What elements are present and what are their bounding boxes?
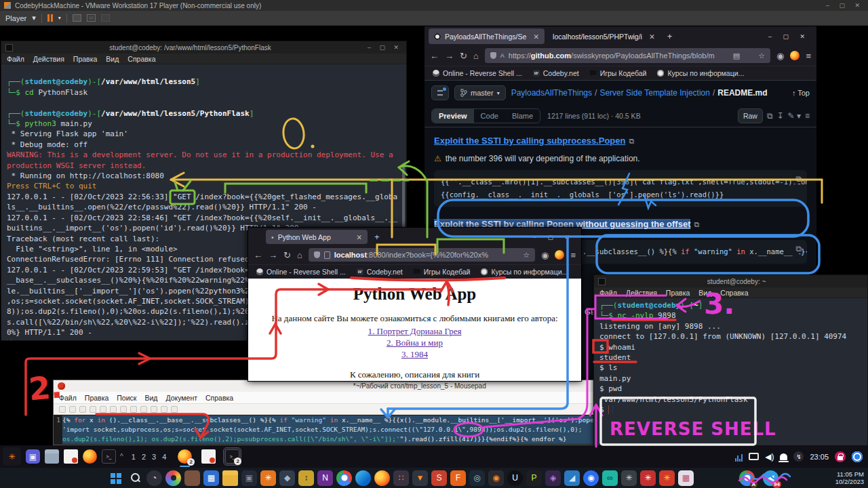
menu-item[interactable]: Справка [720, 289, 748, 297]
tray-icon-telegram[interactable]: ◀94 [763, 470, 778, 486]
tab-payloadsallthethings[interactable]: PayloadsAllTheThings/Se ✕ [429, 28, 545, 44]
reload-icon[interactable]: ↻ [283, 250, 291, 260]
vm-window-terminal-window[interactable]: 2 [225, 449, 239, 464]
menu-item[interactable]: Вид [698, 289, 711, 297]
menu-hamburger-icon[interactable]: ≡ [806, 51, 811, 61]
menu-item[interactable]: Файл [59, 394, 77, 402]
lock-screen-icon[interactable] [835, 451, 846, 462]
tray-icon-chrome-profile[interactable]: A [739, 470, 755, 486]
player-menu[interactable]: Player [5, 14, 26, 22]
bookmark-skull[interactable]: Online - Reverse Shell ... [433, 69, 522, 77]
vm-launcher-firefox[interactable] [83, 449, 97, 464]
firefox-account-icon[interactable] [790, 51, 800, 60]
taskbar-icon-carrot[interactable]: ▼ [412, 470, 428, 486]
tab-blame[interactable]: Blame [505, 109, 540, 123]
display-icon[interactable] [749, 453, 759, 460]
redo-icon[interactable] [120, 406, 127, 413]
vm-launcher-mousepad[interactable] [64, 449, 78, 464]
back-icon[interactable]: ← [254, 250, 262, 260]
collapse-icon[interactable]: ^ [120, 453, 123, 460]
menu-item[interactable]: Вид [106, 55, 119, 63]
book-link[interactable]: 2. Война и мир [248, 337, 581, 348]
taskbar-icon-chrome[interactable] [336, 470, 352, 486]
open-file-icon[interactable] [69, 406, 76, 413]
menu-item[interactable]: Файл [599, 289, 617, 297]
taskbar-icon-docs-orange[interactable]: F [450, 470, 466, 486]
taskbar-icon-vscode[interactable]: ◢ [564, 470, 580, 486]
vm-window-firefox-window[interactable]: 2 [178, 449, 192, 464]
terminal-output[interactable]: ┌──(student@codeby)-[~]└─$ nc -nvlp 9898… [594, 298, 867, 445]
menu-hamburger-icon[interactable]: ≡ [570, 250, 576, 260]
link-anchor-icon[interactable]: ⧉ [694, 220, 699, 228]
taskbar-icon-start[interactable] [108, 470, 124, 486]
bookmark-star-icon[interactable]: ☆ [758, 52, 765, 60]
bookmark-skull[interactable]: Online - Reverse Shell ... [256, 268, 346, 276]
menu-item[interactable]: Документ [165, 394, 197, 402]
forward-icon[interactable]: → [269, 250, 277, 260]
workspace-switcher[interactable]: 1 2 3 4 [132, 453, 169, 461]
taskbar-icon-diamond-app[interactable]: ◆ [279, 470, 295, 486]
taskbar-icon-map-pin[interactable]: ◉ [583, 470, 599, 486]
copy-code-icon[interactable]: ⧉ [791, 174, 802, 184]
raw-button[interactable]: Raw [738, 108, 763, 123]
taskbar-icon-taskview[interactable]: ◔ [146, 470, 162, 486]
taskbar-icon-explorer-folder[interactable] [222, 470, 238, 486]
heading-subprocess-popen[interactable]: Exploit the SSTI by calling subprocess.P… [434, 136, 625, 146]
vm-launcher-terminal[interactable] [102, 449, 116, 464]
taskbar-icon-portrait[interactable] [184, 470, 200, 486]
tab-code[interactable]: Code [474, 109, 505, 123]
back-to-top-link[interactable]: ↑ Top [792, 89, 810, 97]
undo-icon[interactable] [110, 406, 117, 413]
tab-python-web-app[interactable]: • Python Web App ✕ [266, 230, 368, 244]
taskbar-icon-lens[interactable]: ◎ [469, 470, 485, 486]
bookmark-flag[interactable]: Игры Кодебай [414, 268, 471, 276]
taskbar-icon-keys-yellow[interactable]: ↕ [298, 470, 314, 486]
reader-icon[interactable]: ▤ [733, 52, 740, 60]
shield-icon[interactable] [314, 251, 320, 258]
taskbar-icon-blocks[interactable]: ∷ [393, 470, 409, 486]
branch-selector[interactable]: master ▾ [454, 85, 506, 100]
new-file-icon[interactable] [59, 406, 66, 413]
menu-item[interactable]: Действия [33, 55, 64, 63]
taskbar-icon-photos[interactable]: ▦ [678, 470, 694, 486]
breadcrumb-folder[interactable]: Server Side Template Injection [599, 88, 710, 98]
replace-icon[interactable] [171, 406, 178, 413]
home-icon[interactable]: ⌂ [297, 250, 302, 260]
reload-icon[interactable]: ↻ [460, 51, 467, 61]
session-icon[interactable] [852, 451, 863, 462]
close-tab-icon[interactable]: ✕ [649, 33, 655, 41]
vm-launcher-file-manager[interactable] [45, 449, 59, 464]
back-icon[interactable]: ← [430, 51, 439, 61]
bookmark-globe[interactable]: Курсы по информаци... [657, 69, 744, 77]
bookmark-globe[interactable]: Курсы по информаци... [481, 268, 568, 276]
power-manager-icon[interactable]: ↯ [793, 451, 804, 462]
copy-icon[interactable]: ⧉ [767, 111, 773, 121]
new-tab-button[interactable]: + [370, 232, 384, 242]
pocket-icon[interactable]: ◉ [541, 250, 549, 260]
search-icon[interactable] [161, 406, 167, 413]
vm-window-button-terminal-window[interactable]: 2 [224, 448, 241, 465]
outline-icon[interactable]: ≡ [805, 111, 810, 121]
home-icon[interactable]: ⌂ [473, 51, 479, 61]
taskbar-icon-gear-red[interactable]: ✳ [640, 470, 656, 486]
terminal-titlebar[interactable]: student@codeby: /var/www/html/lesson5/Py… [1, 41, 406, 54]
taskbar-icon-sublime[interactable]: S [431, 470, 447, 486]
new-tab-button[interactable]: + [663, 31, 677, 41]
paste-icon[interactable] [151, 406, 157, 413]
close-tab-icon[interactable]: ✕ [356, 233, 362, 241]
vm-clock[interactable]: 23:05 [810, 453, 829, 461]
cut-icon[interactable] [130, 406, 137, 413]
menu-item[interactable]: Правка [666, 289, 690, 297]
pocket-icon[interactable]: ◉ [776, 51, 784, 61]
player-menu-caret[interactable]: ▾ [32, 14, 36, 22]
bookmark-star-icon[interactable]: ☆ [523, 251, 530, 260]
taskbar-icon-search[interactable] [127, 470, 143, 486]
firefox-account-icon[interactable] [555, 250, 564, 260]
menu-item[interactable]: Правка [85, 394, 108, 402]
bookmark-flag[interactable]: Игры Кодебай [590, 69, 647, 77]
shield-icon[interactable] [490, 52, 496, 59]
tab-preview[interactable]: Preview [432, 109, 474, 123]
vm-window-mousepad-window[interactable] [201, 449, 216, 464]
book-link[interactable]: 1. Портрет Дориана Грея [248, 325, 581, 337]
taskbar-icon-firefox[interactable] [374, 470, 390, 486]
